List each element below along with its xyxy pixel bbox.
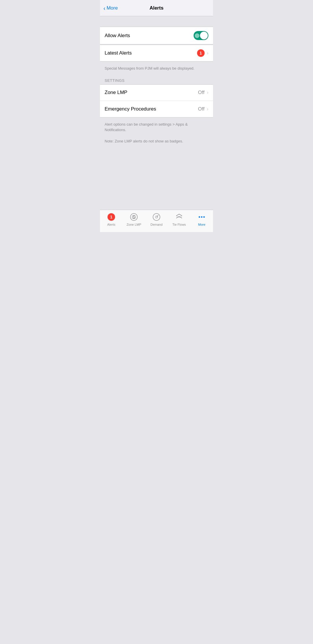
latest-alerts-row[interactable]: Latest Alerts 1 › [100, 45, 213, 61]
emergency-procedures-value: Off [198, 106, 204, 112]
latest-alerts-right: 1 › [197, 49, 208, 57]
page-title: Alerts [150, 5, 163, 11]
tab-bar: 1 Alerts $ Zone LMP Demand [100, 210, 213, 232]
more-icon-wrap [197, 212, 206, 222]
tab-tie-flows[interactable]: Tie Flows [168, 212, 190, 226]
back-label: More [107, 5, 118, 11]
svg-text:1: 1 [110, 215, 112, 219]
zone-lmp-chevron-icon: › [207, 90, 208, 95]
tab-demand[interactable]: Demand [145, 212, 168, 226]
demand-gauge-icon [152, 213, 161, 221]
settings-section-label: SETTINGS [100, 75, 213, 84]
nav-spacer [100, 16, 213, 27]
svg-point-8 [199, 216, 200, 218]
tab-alerts[interactable]: 1 Alerts [100, 212, 123, 226]
tab-demand-label: Demand [150, 223, 163, 226]
alert-options-note: Alert options can be changed in settings… [100, 117, 213, 148]
svg-point-10 [203, 216, 205, 218]
emergency-procedures-row[interactable]: Emergency Procedures Off › [100, 101, 213, 117]
allow-alerts-label: Allow Alerts [105, 33, 130, 39]
allow-alerts-toggle-wrap [194, 31, 208, 40]
empty-content-area [100, 148, 213, 210]
back-chevron-icon: ‹ [103, 5, 105, 11]
more-dots-icon [198, 213, 206, 221]
emergency-procedures-right: Off › [198, 106, 208, 112]
tie-flows-icon-wrap [174, 212, 184, 222]
back-button[interactable]: ‹ More [103, 5, 118, 11]
allow-alerts-section: Allow Alerts [100, 27, 213, 44]
latest-alerts-badge: 1 [197, 49, 205, 57]
alerts-bell-icon: 1 [107, 213, 115, 221]
tie-flows-arrow-icon [175, 213, 183, 221]
svg-point-9 [201, 216, 203, 218]
emergency-procedures-chevron-icon: › [207, 106, 208, 112]
zone-lmp-label: Zone LMP [105, 90, 127, 95]
svg-line-7 [156, 215, 158, 217]
latest-alerts-section: Latest Alerts 1 › [100, 45, 213, 61]
zone-lmp-dollar-icon: $ [130, 213, 138, 221]
alerts-icon-wrap: 1 [107, 212, 116, 222]
tab-more[interactable]: More [190, 212, 213, 226]
tab-zone-lmp-label: Zone LMP [127, 223, 141, 226]
zone-lmp-row[interactable]: Zone LMP Off › [100, 85, 213, 101]
tab-alerts-label: Alerts [107, 223, 115, 226]
emergency-procedures-label: Emergency Procedures [105, 106, 156, 112]
special-messages-note: Special Messages from PJM will always be… [100, 61, 213, 75]
toggle-track-indicator [195, 33, 199, 38]
navigation-bar: ‹ More Alerts [100, 0, 213, 16]
settings-section: Zone LMP Off › Emergency Procedures Off … [100, 84, 213, 117]
zone-lmp-icon-wrap: $ [129, 212, 139, 222]
allow-alerts-toggle[interactable] [194, 31, 208, 40]
latest-alerts-label: Latest Alerts [105, 50, 132, 56]
demand-icon-wrap [152, 212, 161, 222]
latest-alerts-chevron-icon: › [207, 50, 208, 56]
tab-more-label: More [198, 223, 205, 226]
tab-zone-lmp[interactable]: $ Zone LMP [123, 212, 145, 226]
zone-lmp-value: Off [198, 90, 204, 95]
zone-lmp-right: Off › [198, 90, 208, 95]
allow-alerts-row[interactable]: Allow Alerts [100, 27, 213, 44]
tab-tie-flows-label: Tie Flows [172, 223, 186, 226]
